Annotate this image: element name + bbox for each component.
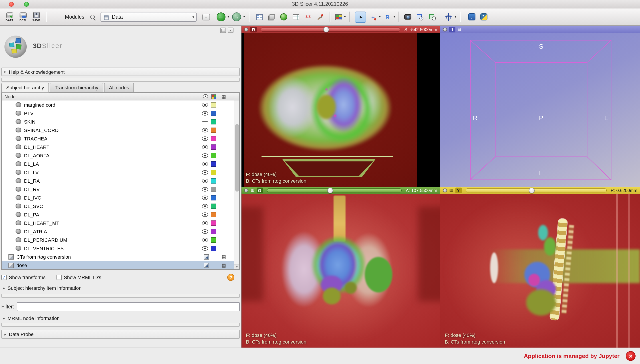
crosshair-button[interactable] (443, 11, 454, 22)
module-finder-button[interactable] (87, 11, 98, 22)
red-slice-offset[interactable]: S: -542.5000mm (404, 27, 437, 32)
tree-row[interactable]: DL_VENTRICLES (2, 244, 239, 252)
visibility-eye-icon[interactable] (202, 204, 208, 208)
color-swatch[interactable] (211, 178, 216, 183)
grid-icon[interactable]: ▦ (221, 254, 226, 260)
pin-icon[interactable] (443, 28, 447, 32)
volume-visibility-icon[interactable] (204, 262, 209, 268)
screenshot-button[interactable] (403, 12, 413, 21)
tables-module-button[interactable] (291, 12, 301, 22)
annotations-module-button[interactable]: ✳✳ (302, 11, 313, 22)
tree-row[interactable]: CTs from rtog conversion▦ (2, 252, 239, 261)
color-swatch[interactable] (211, 203, 216, 209)
tree-row[interactable]: DL_LA (2, 160, 239, 168)
visibility-eye-icon[interactable] (202, 102, 208, 107)
color-swatch[interactable] (211, 144, 216, 150)
layout-selector-button[interactable] (333, 12, 344, 22)
color-swatch[interactable] (211, 186, 216, 192)
mrml-node-information-section[interactable]: ▸ MRML node information (1, 315, 240, 322)
chevron-down-icon[interactable]: ▾ (344, 15, 346, 19)
load-data-button[interactable]: DATA (4, 12, 16, 22)
visibility-eye-icon[interactable] (202, 178, 208, 183)
module-selector-combo[interactable]: ▤Data▾ (100, 12, 196, 22)
yellow-slice-offset[interactable]: R: 0.6200mm (611, 188, 637, 193)
hide-panel-button[interactable]: × (228, 28, 234, 33)
tree-row[interactable]: SKIN (2, 117, 239, 126)
slider-handle[interactable] (529, 188, 535, 193)
view-label-red[interactable]: R (250, 27, 257, 32)
python-console-button[interactable] (478, 12, 489, 22)
visibility-eye-icon[interactable] (202, 195, 208, 200)
slider-handle[interactable] (323, 27, 329, 32)
color-swatch[interactable] (211, 195, 216, 200)
extensions-manager-button[interactable]: ↓ (466, 12, 477, 22)
chevron-down-icon[interactable]: ▾ (379, 15, 380, 19)
traffic-light-close-button[interactable] (9, 2, 14, 7)
visibility-eye-icon[interactable] (202, 212, 208, 217)
tree-header[interactable]: Node ▦ (2, 93, 239, 100)
view-label-3d[interactable]: 1 (449, 27, 455, 32)
color-swatch[interactable] (211, 246, 216, 251)
view-label-green[interactable]: G (256, 188, 263, 193)
tab-subject-hierarchy[interactable]: Subject hierarchy (1, 83, 49, 92)
threeD-canvas[interactable]: SRPLI (440, 33, 640, 187)
color-swatch[interactable] (211, 102, 216, 107)
module-history-back-button[interactable]: ← (215, 11, 227, 23)
tree-row[interactable]: DL_AORTA (2, 151, 239, 160)
tree-row[interactable]: PTV (2, 109, 239, 117)
chevron-down-icon[interactable]: ▾ (228, 15, 229, 19)
view-options-icon[interactable]: ▦ (458, 28, 461, 32)
collapse-toolbar-button[interactable]: − (202, 14, 210, 20)
color-swatch[interactable] (211, 161, 216, 166)
color-swatch[interactable] (211, 110, 216, 116)
visibility-eye-icon[interactable] (202, 170, 208, 174)
visibility-eye-icon[interactable] (202, 187, 208, 191)
tab-all-nodes[interactable]: All nodes (104, 83, 134, 92)
undock-panel-button[interactable] (220, 28, 226, 33)
visibility-eye-icon[interactable] (202, 136, 208, 141)
chevron-down-icon[interactable]: ▾ (393, 15, 395, 19)
module-history-forward-button[interactable]: → (230, 11, 243, 23)
color-swatch[interactable] (211, 127, 216, 133)
tree-row[interactable]: DL_RA (2, 176, 239, 185)
grid-icon[interactable]: ▦ (221, 262, 226, 268)
color-swatch[interactable] (211, 136, 216, 141)
volumes-module-button[interactable] (266, 11, 277, 22)
place-markup-button[interactable] (367, 11, 378, 22)
visibility-eye-icon[interactable] (202, 246, 208, 250)
pin-icon[interactable] (443, 188, 447, 192)
visibility-eye-icon[interactable] (202, 162, 208, 166)
module-shortcuts-button[interactable]: ⇅ (382, 11, 393, 22)
data-probe-section[interactable]: ▸ Data Probe (1, 330, 240, 339)
visibility-eye-icon[interactable] (202, 221, 208, 225)
tree-scrollbar[interactable]: ▾ (234, 100, 239, 269)
segment-editor-module-button[interactable] (315, 11, 326, 22)
chevron-down-icon[interactable]: ▾ (455, 15, 456, 19)
tree-row[interactable]: DL_RV (2, 185, 239, 193)
tree-row[interactable]: dose▦ (2, 261, 239, 269)
slider-handle[interactable] (327, 188, 333, 193)
color-swatch[interactable] (211, 153, 216, 158)
green-slice-slider[interactable] (267, 188, 402, 192)
scene-view-restore-button[interactable] (427, 11, 438, 22)
pin-icon[interactable] (244, 188, 248, 192)
tree-row[interactable]: margined cord (2, 100, 239, 109)
help-button[interactable]: ? (227, 274, 234, 281)
visibility-eye-icon[interactable] (202, 145, 208, 149)
save-scene-button[interactable]: SAVE (30, 12, 42, 22)
models-module-button[interactable] (278, 11, 289, 22)
show-transforms-checkbox[interactable]: ✓ Show transforms (1, 275, 46, 280)
red-slice-canvas[interactable]: F: dose (40%) B: CTs from rtog conversio… (242, 33, 440, 187)
load-dicom-button[interactable]: DCM (17, 12, 29, 22)
visibility-eye-icon[interactable] (202, 119, 208, 122)
tree-row[interactable]: DL_HEART_MT (2, 219, 239, 227)
color-swatch[interactable] (211, 220, 216, 226)
tree-row[interactable]: DL_SVC (2, 202, 239, 210)
item-information-section[interactable]: ▸ Subject hierarchy item information (1, 284, 240, 292)
filter-input[interactable] (17, 302, 240, 311)
color-swatch[interactable] (211, 119, 216, 124)
color-swatch[interactable] (211, 170, 216, 175)
subject-hierarchy-module-button[interactable] (254, 12, 264, 22)
color-swatch[interactable] (211, 212, 216, 217)
color-swatch[interactable] (211, 237, 216, 242)
